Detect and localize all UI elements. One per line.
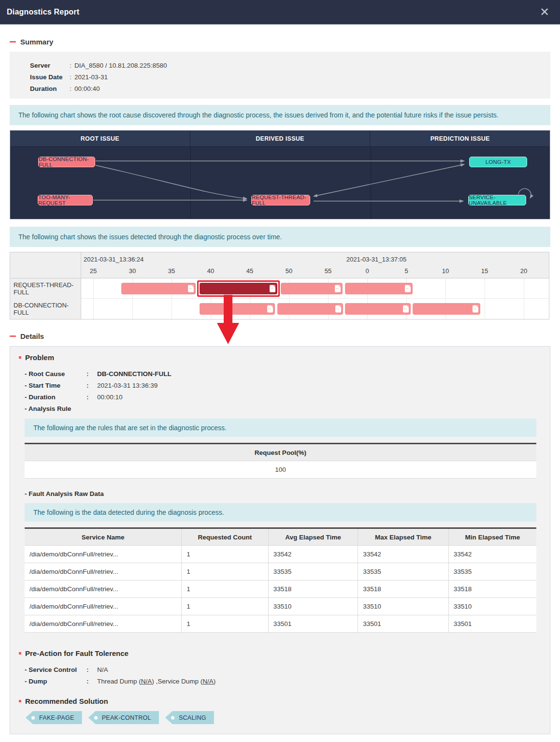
issue-bar[interactable] (277, 303, 343, 315)
timeline-tick-label: 25 (90, 267, 97, 275)
analysis-rule-table: Request Pool(%)100 (25, 443, 536, 479)
dump-file-icon[interactable] (335, 306, 341, 313)
summary-label: Server (30, 60, 67, 72)
table-cell: 1 (182, 598, 268, 615)
dump-file-icon[interactable] (188, 285, 194, 292)
timeline-tick-label: 20 (520, 267, 527, 275)
timeline-minute-label: 2021-03-31_13:36:24 (84, 256, 144, 263)
summary-section-heading: Summary (10, 38, 550, 46)
selected-issue-bar[interactable] (200, 283, 277, 294)
summary-colon: : (67, 72, 74, 83)
table-row: /dia/demo/dbConnFull/retriev...133518335… (25, 581, 536, 598)
timeline-rows (81, 278, 549, 319)
summary-value: 2021-03-31 (74, 72, 108, 83)
field-label: - Service Control (25, 664, 86, 676)
issue-bar[interactable] (121, 283, 196, 294)
field-value: 2021-03-31 13:36:39 (93, 380, 158, 392)
summary-row: Duration:00:00:40 (30, 83, 550, 95)
field-text: N/A (97, 666, 108, 673)
issue-flow-column-headers: ROOT ISSUEDERIVED ISSUEPREDICTION ISSUE (10, 131, 550, 147)
rules-banner: The following are the rules that are set… (25, 419, 536, 437)
dump-na-link[interactable]: N/A (141, 678, 152, 685)
dump-file-icon[interactable] (270, 285, 275, 292)
table-cell: /dia/demo/dbConnFull/retriev... (25, 581, 182, 598)
field-label: - Start Time (25, 380, 86, 392)
edge-requestthread-longtx (314, 164, 464, 196)
summary-colon: : (67, 83, 74, 95)
table-cell: /dia/demo/dbConnFull/retriev... (25, 563, 182, 581)
timeline-minute-labels: 2021-03-31_13:36:242021-03-31_13:37:05 (81, 252, 549, 265)
dump-file-icon[interactable] (405, 285, 411, 292)
summary-label: Issue Date (30, 72, 67, 83)
table-cell: 1 (182, 615, 268, 633)
timeline-row-label: DB-CONNECTION-FULL (10, 299, 81, 319)
issue-bar[interactable] (345, 303, 411, 315)
table-cell: 33518 (448, 581, 536, 598)
dump-file-icon[interactable] (473, 306, 478, 313)
column-header: Min Elapsed Time (448, 528, 536, 546)
table-cell: 100 (25, 461, 536, 479)
summary-section-title: Summary (20, 38, 53, 46)
timeline-tick-label: 40 (207, 267, 214, 275)
solution-badge-scaling: SCALING (165, 711, 214, 724)
problem-field-row: - Root Cause:DB-CONNECTION-FULL (25, 368, 541, 380)
field-colon: : (86, 368, 93, 380)
timeline-tick-label: 30 (129, 267, 136, 275)
dump-file-icon[interactable] (403, 306, 409, 313)
section-dash-icon (10, 41, 16, 43)
issue-flow-column-title: DERIVED ISSUE (190, 131, 371, 146)
issue-flow-column-title: PREDICTION ISSUE (370, 131, 550, 146)
issue-bar[interactable] (281, 283, 343, 294)
dump-na-link[interactable]: N/A (202, 678, 214, 685)
issue-node-service-unavailable: SERVICE-UNAVAILABLE (468, 195, 526, 205)
pre-action-field-row: - Dump:Thread Dump (N/A) ,Service Dump (… (25, 676, 541, 687)
column-header: Max Elapsed Time (358, 528, 448, 546)
table-cell: 33510 (268, 598, 358, 615)
timeline-tick-label: 35 (168, 267, 175, 275)
table-row: /dia/demo/dbConnFull/retriev...133510335… (25, 598, 536, 615)
summary-label: Duration (30, 83, 67, 95)
selected-issue-bar-highlight[interactable] (197, 280, 280, 297)
dump-file-icon[interactable] (335, 285, 341, 292)
timeline-tick-label: 0 (365, 267, 369, 275)
details-section-heading: Details (10, 332, 550, 340)
table-cell: 1 (182, 581, 268, 598)
bullet-square-icon (19, 652, 21, 655)
close-icon[interactable]: ✕ (540, 6, 549, 18)
field-value: N/A (93, 664, 108, 676)
issue-bar[interactable] (413, 303, 480, 315)
table-cell: /dia/demo/dbConnFull/retriev... (25, 546, 182, 563)
field-colon (86, 403, 93, 415)
field-colon: : (86, 676, 93, 687)
table-cell: 33518 (358, 581, 448, 598)
timeline-tick-label: 15 (481, 267, 488, 275)
bullet-square-icon (19, 356, 21, 359)
raw-data-heading: - Fault Analysis Raw Data (25, 490, 541, 497)
field-text: Thread Dump ( (97, 678, 141, 685)
timeline-plot-area: 2021-03-31_13:36:242021-03-31_13:37:05 2… (81, 252, 549, 319)
dialog-header: Diagnostics Report ✕ (0, 0, 560, 25)
field-colon: : (86, 392, 93, 403)
field-value (93, 403, 97, 415)
table-cell: 33535 (268, 563, 358, 581)
table-cell: 33518 (268, 581, 358, 598)
dialog-body: Summary Server:DIA_8580 / 10.81.208.225:… (0, 25, 560, 734)
timeline-minute-label: 2021-03-31_13:37:05 (346, 256, 406, 263)
field-label: - Root Cause (25, 368, 86, 380)
details-panel: Problem - Root Cause:DB-CONNECTION-FULL-… (10, 346, 550, 734)
issue-node-db-connection-full: DB-CONNECTION-FULL (38, 157, 95, 167)
table-cell: 33542 (358, 546, 448, 563)
summary-value: DIA_8580 / 10.81.208.225:8580 (74, 60, 167, 72)
dump-file-icon[interactable] (267, 306, 273, 313)
field-value: DB-CONNECTION-FULL (93, 368, 172, 380)
timeline-banner: The following chart shows the issues det… (10, 227, 550, 247)
column-header: Avg Elapsed Time (268, 528, 358, 546)
issue-bar[interactable] (345, 283, 413, 294)
issue-bar[interactable] (200, 303, 275, 315)
table-header-row: Service NameRequested CountAvg Elapsed T… (25, 528, 536, 546)
table-row: /dia/demo/dbConnFull/retriev...133542335… (25, 546, 536, 563)
timeline-tick-label: 10 (442, 267, 449, 275)
table-cell: 33501 (358, 615, 448, 633)
recommended-heading: Recommended Solution (19, 697, 541, 705)
issue-flow-column-title: ROOT ISSUE (10, 131, 190, 146)
